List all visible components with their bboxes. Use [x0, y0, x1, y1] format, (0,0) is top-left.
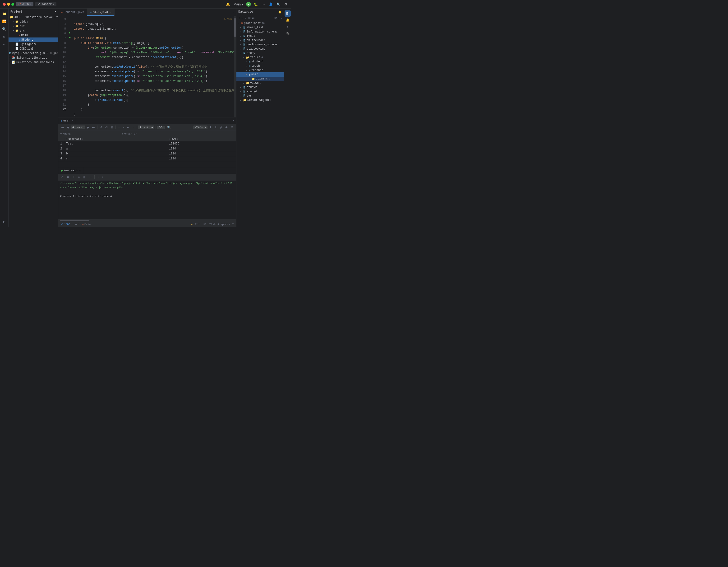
- clear-console-btn[interactable]: 🗑: [82, 175, 87, 179]
- tree-item-jdbc-root[interactable]: ▾ 📁 JDBC ~/Desktop/CS/JavaEE/1 Ja: [9, 15, 58, 19]
- sidebar-item-more[interactable]: ⋯: [1, 41, 8, 47]
- tree-item-student[interactable]: ☕ Student: [9, 37, 58, 42]
- db-item-study[interactable]: ▾ 🗄 study: [236, 51, 284, 55]
- cell-pwd-4[interactable]: 1234: [167, 156, 236, 161]
- right-icon-database[interactable]: 🗄: [285, 10, 291, 17]
- search-button[interactable]: 🔍: [276, 2, 281, 7]
- console-output[interactable]: /Users/eve/Library/Java/JavaVirtualMachi…: [58, 180, 236, 219]
- more-run-options[interactable]: ⋯: [261, 2, 266, 7]
- col-sort-username[interactable]: ⇅: [82, 138, 83, 140]
- cell-pwd-1[interactable]: 123456: [167, 141, 236, 146]
- db-add-btn[interactable]: +: [238, 16, 240, 20]
- notifications-button[interactable]: 🔔: [225, 2, 231, 7]
- scroll-down-btn[interactable]: ↓: [101, 175, 104, 179]
- run-tab[interactable]: Run Main ✕: [58, 167, 83, 174]
- status-warnings[interactable]: ▲: [191, 223, 193, 226]
- filter-btn[interactable]: 🔍: [166, 125, 172, 129]
- db-notifications-btn[interactable]: 🔔: [278, 10, 282, 14]
- sidebar-item-project[interactable]: 📁: [1, 10, 8, 17]
- code-content[interactable]: import java.sql.*; import java.util.Scan…: [72, 16, 234, 117]
- query-tab-more[interactable]: ⋯: [231, 119, 236, 122]
- upload-btn[interactable]: ⬆: [214, 125, 218, 129]
- maximize-button[interactable]: [11, 3, 14, 6]
- tree-item-idea[interactable]: ▸ 📁 .idea: [9, 19, 58, 24]
- db-item-online-order[interactable]: ▸ 🗄 onlineOrder: [236, 38, 284, 42]
- ddl-button[interactable]: DDL: [157, 126, 165, 129]
- sidebar-item-vcs[interactable]: 🔀: [1, 18, 8, 25]
- cell-username-1[interactable]: Test: [64, 141, 167, 146]
- stop-run-btn[interactable]: ⏹: [65, 175, 70, 179]
- db-item-study4[interactable]: ▸ 🗄 study4: [236, 89, 284, 94]
- cell-username-4[interactable]: c: [64, 156, 167, 161]
- db-item-server-objects[interactable]: ▸ 📁 Server Objects: [236, 98, 284, 102]
- stop-btn[interactable]: ⏱: [104, 125, 109, 129]
- db-sync-btn[interactable]: ⇄: [252, 16, 255, 20]
- download-btn[interactable]: ⬇: [208, 125, 213, 129]
- more-run-btn[interactable]: ⋯: [88, 175, 92, 179]
- cell-username-2[interactable]: a: [64, 146, 167, 151]
- db-item-views[interactable]: ▸ 📁 views 2: [236, 81, 284, 85]
- scroll-up-btn[interactable]: ↑: [97, 175, 100, 179]
- tree-item-iml[interactable]: 📄 JDBC.iml: [9, 46, 58, 51]
- h-scrollbar-thumb[interactable]: [60, 220, 89, 221]
- order-filter[interactable]: ⇅ ORDER BY: [122, 132, 137, 135]
- col-header-pwd[interactable]: T pwd ⇅: [167, 137, 236, 141]
- status-share-icon[interactable]: ⬡: [232, 223, 234, 226]
- view-btn[interactable]: 👁: [224, 125, 229, 129]
- status-branch[interactable]: ⎇ JDBC: [60, 223, 70, 226]
- db-item-teach-tbl[interactable]: ▸ ▤ teach: [236, 64, 284, 68]
- col-sort-pwd[interactable]: ⇅: [177, 138, 179, 140]
- close-button[interactable]: [3, 3, 6, 6]
- tree-item-src[interactable]: ▾ 📁 src: [9, 28, 58, 33]
- horizontal-scrollbar[interactable]: [58, 219, 236, 221]
- editor-scrollbar[interactable]: [234, 16, 236, 117]
- tree-item-scratches[interactable]: ▸ 📝 Scratches and Consoles: [9, 60, 58, 64]
- status-encoding[interactable]: UTF-8: [208, 223, 216, 226]
- code-editor-area[interactable]: 3 4 5 6 7 8 9 10 11 12 13 14 15 16 17 18: [58, 16, 236, 117]
- db-remove-btn[interactable]: −: [241, 16, 244, 20]
- transpose-btn[interactable]: ⇄: [219, 125, 223, 129]
- config-btn[interactable]: ⚙: [230, 125, 234, 129]
- add-row-btn[interactable]: +: [117, 125, 121, 129]
- tree-item-ext-libs[interactable]: ▸ 📚 External Libraries: [9, 55, 58, 60]
- status-line-sep[interactable]: LF: [203, 223, 206, 226]
- scrollbar-thumb[interactable]: [234, 18, 236, 37]
- run-config-button[interactable]: Main ▾: [233, 2, 244, 7]
- db-ddl-label[interactable]: DDL ▾: [274, 17, 282, 20]
- tree-item-gitignore[interactable]: 📄 .gitignore: [9, 42, 58, 46]
- pause-btn[interactable]: ⏸: [71, 175, 76, 179]
- right-icon-notifications[interactable]: 🔔: [285, 17, 291, 23]
- db-item-info-schema[interactable]: ▸ 🗄 information_schema: [236, 30, 284, 34]
- tab-student[interactable]: ☕ Student.java: [58, 9, 87, 16]
- status-position[interactable]: 22:1: [195, 223, 201, 226]
- db-item-staybooking[interactable]: ▸ 🗄 staybooking: [236, 47, 284, 51]
- db-item-tables[interactable]: ▾ 📁 tables 4: [236, 55, 284, 60]
- rows-selector[interactable]: 4 rows ▾: [71, 125, 85, 129]
- nav-last-btn[interactable]: ⏭: [91, 125, 96, 129]
- submit-btn[interactable]: ↑: [131, 125, 135, 129]
- right-icon-copilot[interactable]: ✦: [285, 24, 291, 30]
- db-item-mysql[interactable]: ▸ 🗄 mysql: [236, 34, 284, 38]
- branch-badge[interactable]: ⎇ master ▾: [35, 2, 56, 6]
- db-item-sys[interactable]: ▸ 🗄 sys: [236, 94, 284, 98]
- cell-username-3[interactable]: b: [64, 151, 167, 156]
- run-gutter-line6[interactable]: ▶: [68, 31, 72, 36]
- sidebar-item-find[interactable]: 🔍: [1, 26, 8, 32]
- nav-prev-btn[interactable]: ◀: [66, 125, 70, 129]
- tree-item-out[interactable]: ▸ 📁 out: [9, 24, 58, 28]
- status-indent[interactable]: 4 spaces: [217, 223, 230, 226]
- right-icon-plugins[interactable]: 🔌: [285, 30, 291, 37]
- cell-pwd-3[interactable]: 1234: [167, 151, 236, 156]
- close-query-tab[interactable]: ✕: [72, 119, 73, 122]
- sidebar-item-run[interactable]: ▶: [1, 218, 8, 225]
- where-filter[interactable]: ▼ WHERE: [60, 132, 71, 135]
- nav-first-btn[interactable]: ⏮: [60, 125, 65, 129]
- nav-next-btn[interactable]: ▶: [86, 125, 90, 129]
- tab-more-button[interactable]: ⋯: [231, 10, 236, 14]
- db-item-student-tbl[interactable]: ▸ ▤ student: [236, 60, 284, 64]
- close-run-tab[interactable]: ✕: [79, 169, 81, 172]
- db-refresh-btn[interactable]: ↺: [244, 16, 247, 20]
- db-item-user-tbl[interactable]: ▾ ▤ user: [236, 72, 284, 77]
- db-item-columns[interactable]: ▸ 📁 columns 2: [236, 77, 284, 81]
- restart-btn[interactable]: ↺: [60, 175, 65, 179]
